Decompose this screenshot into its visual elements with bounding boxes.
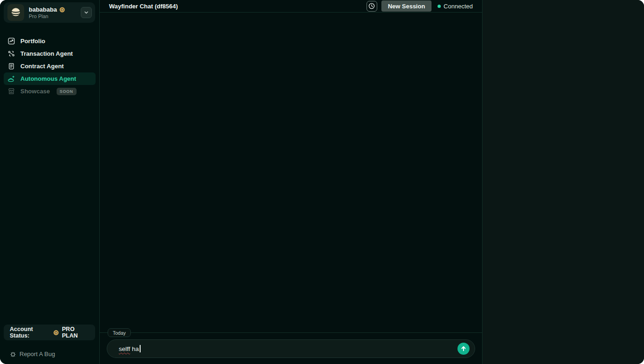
account-status-value: PRO PLAN <box>62 326 89 339</box>
sidebar-item-showcase: Showcase SOON <box>4 85 96 98</box>
chat-panel: Wayfinder Chat (df8564) New Session Conn… <box>100 0 483 364</box>
chat-footer: Today selff ha <box>100 328 482 364</box>
autonomous-bot-icon <box>7 75 15 83</box>
profile-username: babababa <box>29 6 57 13</box>
sidebar-item-contract-agent[interactable]: Contract Agent <box>4 60 96 72</box>
sidebar-item-label: Showcase <box>20 88 50 95</box>
sidebar-item-portfolio[interactable]: Portfolio <box>4 35 96 47</box>
chat-header-actions: New Session Connected <box>367 0 473 12</box>
connection-status-label: Connected <box>444 3 473 10</box>
app-window: babababa Pro Plan <box>0 0 644 364</box>
new-session-button[interactable]: New Session <box>381 0 431 12</box>
chevron-down-icon <box>84 10 89 15</box>
date-divider-label: Today <box>108 328 131 337</box>
sidebar-item-label: Portfolio <box>20 38 45 45</box>
session-history-button[interactable] <box>367 1 377 12</box>
chat-message-area[interactable] <box>100 13 482 328</box>
portfolio-chart-icon <box>7 38 15 45</box>
sidebar-item-label: Transaction Agent <box>20 50 73 57</box>
avatar <box>7 4 24 21</box>
profile-plan: Pro Plan <box>29 13 65 19</box>
date-divider: Today <box>100 328 482 337</box>
report-bug-label: Report A Bug <box>19 351 55 358</box>
send-button[interactable] <box>457 343 470 355</box>
sidebar-item-label: Autonomous Agent <box>20 75 76 82</box>
clock-icon <box>368 3 375 9</box>
sidebar-item-label: Contract Agent <box>20 63 64 70</box>
arrow-up-icon <box>460 345 467 352</box>
wayfinder-logo-icon <box>10 6 22 19</box>
transaction-swap-icon <box>7 50 15 58</box>
chat-title: Wayfinder Chat (df8564) <box>109 3 178 10</box>
chat-input-text-misspelled: selff <box>119 345 130 352</box>
report-bug-link[interactable]: Report A Bug <box>10 351 99 358</box>
profile-info: babababa Pro Plan <box>29 6 65 19</box>
account-status-card: Account Status: PRO PLAN <box>4 325 95 340</box>
contract-document-icon <box>7 63 15 70</box>
connection-status: Connected <box>438 3 473 10</box>
sidebar-spacer <box>0 98 99 325</box>
soon-badge: SOON <box>57 88 77 95</box>
profile-dropdown-button[interactable] <box>81 7 92 18</box>
sidebar-item-autonomous-agent[interactable]: Autonomous Agent <box>4 72 96 85</box>
gold-seal-icon <box>59 7 65 13</box>
sidebar: babababa Pro Plan <box>0 0 100 364</box>
chat-header: Wayfinder Chat (df8564) New Session Conn… <box>100 0 482 13</box>
text-caret <box>140 345 141 352</box>
chat-input-row: selff ha <box>107 339 475 358</box>
connection-status-dot <box>438 5 441 8</box>
gold-seal-icon <box>53 330 59 336</box>
sidebar-nav: Portfolio Transaction Agent <box>0 35 99 98</box>
right-panel <box>483 0 644 364</box>
account-status-label: Account Status: <box>10 326 50 339</box>
chat-input-text: ha <box>130 345 139 352</box>
bug-icon <box>10 351 16 358</box>
showcase-store-icon <box>7 88 15 95</box>
chat-input[interactable]: selff ha <box>107 339 475 358</box>
profile-card[interactable]: babababa Pro Plan <box>4 2 95 23</box>
sidebar-item-transaction-agent[interactable]: Transaction Agent <box>4 47 96 60</box>
